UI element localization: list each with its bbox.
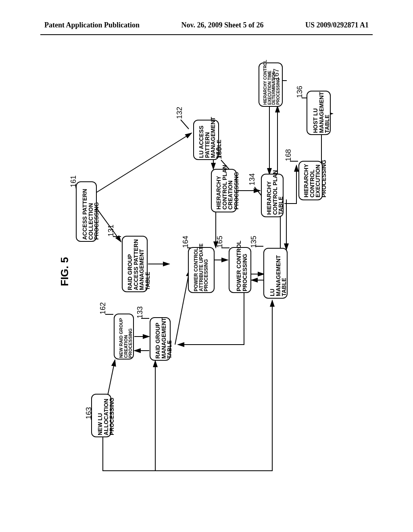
block-text-165: POWER CONTROL PROCESSING: [236, 241, 248, 291]
block-text-163: NEW LU ALLOCATION PROCESSING: [97, 398, 115, 435]
block-text-164: POWER CONTROL ATTRIBUTE UPDATE PROCESSIN…: [194, 243, 209, 291]
block-text-168: HIERARCHY CONTROL EXECUTION PROCESSING: [303, 160, 327, 197]
ref-165: 165: [216, 236, 224, 248]
block-text-135: LU MANAGEMENT TABLE: [269, 255, 287, 296]
ref-161: 161: [69, 175, 78, 187]
figure-label: FIG. 5: [58, 257, 71, 286]
ref-164: 164: [181, 236, 190, 248]
figure-5-diagram: FIG. 5: [50, 62, 345, 490]
ref-168: 168: [284, 149, 293, 161]
block-text-161: ACCESS PATTERN COLLECTION PROCESSING: [82, 189, 100, 240]
header-right: US 2009/0292871 A1: [305, 21, 369, 29]
ref-131: 131: [107, 224, 115, 237]
ref-162: 162: [99, 302, 107, 314]
block-text-167: HIERARCHY CONTROL EXECUTION TIME DETERMI…: [263, 60, 280, 105]
ref-163: 163: [85, 407, 93, 419]
page-header: Patent Application Publication Nov. 26, …: [0, 21, 413, 29]
ref-133: 133: [136, 306, 144, 318]
ref-132: 132: [175, 107, 184, 119]
ref-136: 136: [296, 86, 304, 98]
block-text-131: RAID GROUP ACCESS PATTERN MANAGEMENT TAB…: [127, 239, 151, 290]
header-divider: [40, 34, 373, 35]
ref-135: 135: [250, 236, 258, 248]
block-text-166: HIERARCHY CONTROL PLAN CREATION PROCESSI…: [216, 165, 240, 210]
block-text-133: RAID GROUP MANAGEMENT TABLE: [155, 318, 173, 359]
ref-167: 167: [272, 69, 281, 81]
block-text-136: HOST LU MANAGEMENT TABLE: [313, 92, 330, 133]
ref-134: 134: [248, 173, 257, 185]
block-text-134: HIERARCHY CONTROL PLAN TABLE: [266, 170, 284, 215]
block-text-162: NEW RAID GROUP CREATION PROCESSING: [119, 318, 133, 358]
header-left: Patent Application Publication: [44, 21, 140, 29]
header-center: Nov. 26, 2009 Sheet 5 of 26: [181, 21, 264, 29]
ref-166: 166: [215, 147, 223, 159]
